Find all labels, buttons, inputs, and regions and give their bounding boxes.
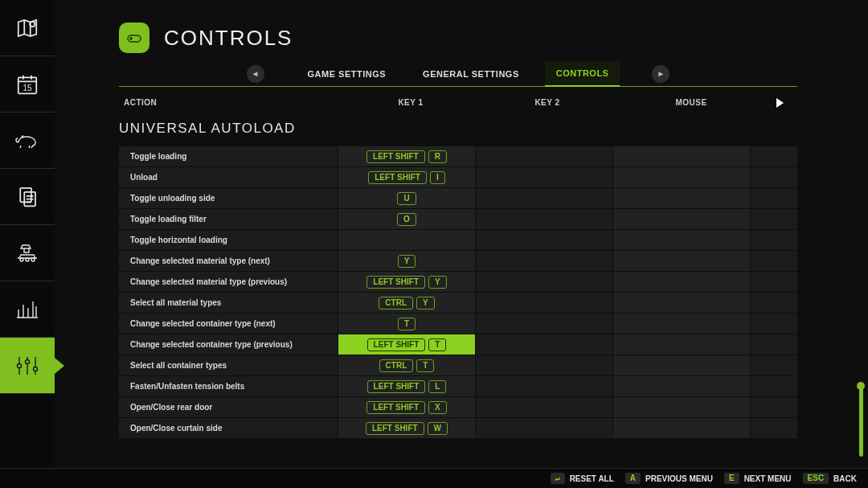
binding-key1[interactable]: LEFT SHIFTT <box>338 334 475 355</box>
binding-mouse[interactable] <box>613 167 750 187</box>
tab-nav-left[interactable]: ◄ <box>247 65 264 83</box>
svg-point-8 <box>18 363 22 367</box>
binding-key1[interactable]: CTRLT <box>338 355 475 375</box>
binding-action: Open/Close curtain side <box>119 418 338 438</box>
binding-mouse[interactable] <box>613 293 750 313</box>
binding-key2[interactable] <box>476 209 612 229</box>
binding-row[interactable]: Change selected container type (next)T <box>119 314 797 334</box>
binding-row[interactable]: Toggle loading filterO <box>119 209 797 229</box>
svg-point-7 <box>31 258 35 261</box>
binding-key1[interactable]: LEFT SHIFTL <box>338 376 475 396</box>
reset-all-button[interactable]: ↵ RESET ALL <box>551 473 614 484</box>
col-key2: KEY 2 <box>479 98 616 108</box>
binding-key1[interactable]: LEFT SHIFTW <box>338 418 475 438</box>
binding-mouse[interactable] <box>613 355 750 375</box>
sidebar-item-contracts[interactable] <box>0 169 55 225</box>
key-badge: LEFT SHIFT <box>368 171 427 184</box>
key-badge: T <box>428 338 446 351</box>
binding-key2[interactable] <box>476 293 612 313</box>
sidebar-item-production[interactable] <box>0 225 55 281</box>
sidebar-item-animals[interactable] <box>0 113 55 169</box>
binding-mouse[interactable] <box>613 418 750 438</box>
binding-row[interactable]: Open/Close rear doorLEFT SHIFTX <box>119 397 797 417</box>
sidebar-item-statistics[interactable] <box>0 281 55 338</box>
binding-key1[interactable]: LEFT SHIFTR <box>338 146 475 166</box>
binding-row[interactable]: Change selected material type (previous)… <box>119 272 797 292</box>
reset-key-icon: ↵ <box>551 473 565 484</box>
svg-rect-3 <box>20 187 31 202</box>
col-scroll-right-icon[interactable] <box>767 98 792 108</box>
key-badge: CTRL <box>379 359 414 372</box>
binding-row[interactable]: Open/Close curtain sideLEFT SHIFTW <box>119 418 797 438</box>
binding-row[interactable]: Toggle loadingLEFT SHIFTR <box>119 146 797 166</box>
binding-mouse[interactable] <box>613 334 750 355</box>
binding-key1[interactable]: LEFT SHIFTY <box>338 272 475 292</box>
tab-nav-right[interactable]: ► <box>652 65 669 83</box>
binding-mouse[interactable] <box>613 397 750 417</box>
binding-mouse[interactable] <box>613 209 750 229</box>
binding-key1[interactable]: CTRLY <box>338 293 475 313</box>
key-badge: O <box>397 213 416 226</box>
binding-key1[interactable]: LEFT SHIFTX <box>338 397 475 417</box>
col-action: ACTION <box>124 98 342 108</box>
binding-spacer <box>751 397 797 417</box>
binding-row[interactable]: UnloadLEFT SHIFTI <box>119 167 797 187</box>
binding-key2[interactable] <box>476 167 612 187</box>
binding-mouse[interactable] <box>613 230 750 250</box>
svg-point-5 <box>20 258 23 261</box>
tab-controls[interactable]: CONTROLS <box>545 61 620 87</box>
binding-key2[interactable] <box>476 376 612 396</box>
prev-label: PREVIOUS MENU <box>645 474 713 483</box>
page-title: CONTROLS <box>164 26 293 51</box>
binding-row[interactable]: Select all container typesCTRLT <box>119 355 797 375</box>
binding-spacer <box>751 293 797 313</box>
binding-key1[interactable]: Y <box>338 251 475 271</box>
binding-key1[interactable]: LEFT SHIFTI <box>338 167 475 187</box>
binding-key2[interactable] <box>476 334 612 355</box>
binding-mouse[interactable] <box>613 188 750 208</box>
sidebar-item-settings[interactable] <box>0 338 55 394</box>
binding-mouse[interactable] <box>613 146 750 166</box>
tab-game-settings[interactable]: GAME SETTINGS <box>297 62 398 86</box>
sidebar-item-calendar[interactable]: 15 <box>0 56 55 113</box>
binding-row[interactable]: Select all material typesCTRLY <box>119 293 797 313</box>
key-badge: LEFT SHIFT <box>366 401 425 414</box>
next-menu-button[interactable]: E NEXT MENU <box>724 473 792 484</box>
binding-mouse[interactable] <box>613 272 750 292</box>
binding-key2[interactable] <box>476 230 612 250</box>
binding-row[interactable]: Change selected material type (next)Y <box>119 251 797 271</box>
scrollbar[interactable] <box>858 23 863 457</box>
binding-row[interactable]: Toggle unloading sideU <box>119 188 797 208</box>
binding-key2[interactable] <box>476 314 612 334</box>
sidebar-item-map[interactable] <box>0 0 55 56</box>
binding-key1[interactable]: T <box>338 314 475 334</box>
binding-action: Change selected material type (previous) <box>119 272 338 292</box>
binding-mouse[interactable] <box>613 251 750 271</box>
binding-key2[interactable] <box>476 355 612 375</box>
binding-row[interactable]: Fasten/Unfasten tension beltsLEFT SHIFTL <box>119 376 797 396</box>
binding-row[interactable]: Toggle horizontal loading <box>119 230 797 250</box>
binding-key2[interactable] <box>476 251 612 271</box>
binding-key2[interactable] <box>476 418 612 438</box>
back-button[interactable]: ESC BACK <box>803 473 857 484</box>
binding-spacer <box>751 251 797 271</box>
svg-text:15: 15 <box>23 83 32 92</box>
previous-menu-button[interactable]: A PREVIOUS MENU <box>625 473 713 484</box>
binding-mouse[interactable] <box>613 314 750 334</box>
binding-key2[interactable] <box>476 397 612 417</box>
binding-key1[interactable]: U <box>338 188 475 208</box>
binding-mouse[interactable] <box>613 376 750 396</box>
tab-general-settings[interactable]: GENERAL SETTINGS <box>411 62 530 86</box>
svg-point-9 <box>26 359 30 363</box>
binding-key1[interactable] <box>338 230 475 250</box>
binding-key2[interactable] <box>476 146 612 166</box>
key-badge: T <box>398 318 416 330</box>
binding-key2[interactable] <box>476 188 612 208</box>
section-title: UNIVERSAL AUTOLOAD <box>119 121 797 137</box>
bindings-list: Toggle loadingLEFT SHIFTRUnloadLEFT SHIF… <box>119 146 797 438</box>
binding-key1[interactable]: O <box>338 209 475 229</box>
binding-row[interactable]: Change selected container type (previous… <box>119 334 797 355</box>
col-mouse: MOUSE <box>616 98 767 108</box>
binding-key2[interactable] <box>476 272 612 292</box>
key-badge: Y <box>398 255 416 268</box>
